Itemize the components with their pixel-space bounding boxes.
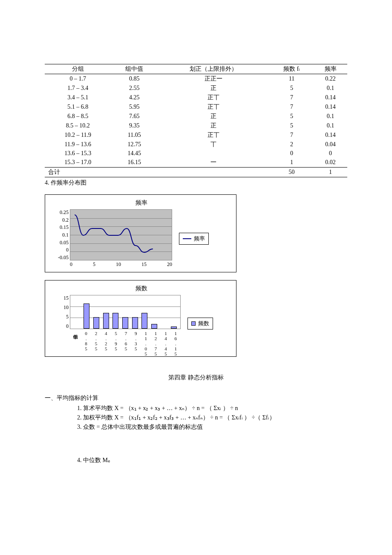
cell-rate: 0.1 [314, 112, 347, 121]
cell-mid: 2.55 [111, 84, 158, 93]
cell-freq: 0 [270, 149, 314, 158]
legend-line-icon [183, 238, 191, 239]
table-row: 10.2 – 11.911.05正丅70.14 [45, 130, 347, 140]
xtick: 4.25 [104, 331, 109, 352]
line-plot-area: 0.250.20.150.10.050-0.05 [70, 209, 172, 260]
bar [84, 304, 89, 329]
xtick: 10 [116, 261, 121, 268]
cell-mid: 5.95 [111, 102, 158, 112]
cell-mid: 16.15 [111, 158, 158, 168]
bar [112, 313, 118, 329]
ytick: 0.1 [52, 232, 69, 237]
bar [103, 313, 109, 329]
formula-3: 众数 = 总体中出现次数最多或最普遍的标志值 [83, 423, 347, 431]
cell-mid: 14.45 [111, 149, 158, 158]
cell-tally: 正 [158, 112, 270, 121]
chapter-title: 第四章 静态分析指标 [45, 374, 347, 382]
th-freq: 频数 fᵢ [270, 64, 314, 74]
ytick: 10 [58, 305, 69, 310]
cell-rate: 0 [314, 149, 347, 158]
xtick: 0 [70, 261, 72, 268]
cell-range: 5.1 – 6.8 [45, 102, 111, 112]
bar-legend: 频数 [187, 318, 213, 330]
bar [171, 327, 177, 329]
table-row: 8.5 – 10.29.35正50.1 [45, 121, 347, 130]
formula-list: 算术平均数 X = （x₁ + x₂ + x₃ + … + xₙ） ÷ n = … [83, 405, 347, 431]
step4-label: 4. 作频率分布图 [45, 179, 347, 187]
cell-rate: 0.1 [314, 121, 347, 130]
cell-freq: 5 [270, 84, 314, 93]
ytick: 0 [52, 247, 69, 252]
bar-chart-box: 频数 151050 组中值0.852.554.255.957.659.3511.… [45, 280, 236, 357]
cell-rate: 0.22 [314, 74, 347, 84]
cell-range: 15.3 – 17.0 [45, 158, 111, 168]
cell-mid: 4.25 [111, 93, 158, 102]
bar [151, 324, 157, 329]
cell-tally [158, 149, 270, 158]
table-row: 15.3 – 17.016.15一10.02 [45, 158, 347, 168]
cell-range: 8.5 – 10.2 [45, 121, 111, 130]
cell-tally: 正丅 [158, 93, 270, 102]
table-row: 3.4 – 5.14.25正丅70.14 [45, 93, 347, 102]
bar-chart-title: 频数 [51, 285, 232, 292]
cell-mid: 0.85 [111, 74, 158, 84]
bar [141, 313, 147, 329]
ytick: 0.05 [52, 240, 69, 245]
cell-tally: 正丅 [158, 102, 270, 112]
line-legend-label: 频率 [194, 235, 205, 243]
section1-head: 一、平均指标的计算 [45, 394, 347, 402]
xtick: 2.55 [93, 331, 98, 352]
xtick: 0.85 [84, 331, 89, 352]
cell-rate: 0.14 [314, 102, 347, 112]
table-total-row: 合计501 [45, 168, 347, 177]
bar [93, 317, 99, 329]
cell-tally: 丅 [158, 140, 270, 149]
xtick: 5 [93, 261, 95, 268]
cell-range: 3.4 – 5.1 [45, 93, 111, 102]
cell-tally: 正 [158, 121, 270, 130]
ytick: 0 [58, 324, 69, 329]
cell-freq: 5 [270, 112, 314, 121]
xtick: 16.15 [173, 331, 178, 352]
cell-freq: 7 [270, 130, 314, 140]
cell-rate: 0.04 [314, 140, 347, 149]
ytick: -0.05 [52, 255, 69, 260]
cell-freq: 11 [270, 74, 314, 84]
cell-tally: 正 [158, 84, 270, 93]
cell-range: 13.6 – 15.3 [45, 149, 111, 158]
cell-range: 11.9 – 13.6 [45, 140, 111, 149]
cell-freq: 2 [270, 140, 314, 149]
cell-range: 0 – 1.7 [45, 74, 111, 84]
cell-rate: 0.1 [314, 84, 347, 93]
line-legend: 频率 [179, 233, 209, 245]
xtick: 11.05 [143, 331, 148, 352]
cell-mid: 12.75 [111, 140, 158, 149]
cell-rate: 0.02 [314, 158, 347, 168]
cell-rate: 0.14 [314, 130, 347, 140]
table-row: 5.1 – 6.85.95正丅70.14 [45, 102, 347, 112]
cell-freq: 1 [270, 158, 314, 168]
line-chart-title: 频率 [51, 199, 232, 207]
cell-tally: 一 [158, 158, 270, 168]
th-mid: 组中值 [111, 64, 158, 74]
bar [132, 317, 138, 329]
ytick: 15 [58, 295, 69, 301]
xtick: 9.35 [133, 331, 138, 352]
table-row: 6.8 – 8.57.65正50.1 [45, 112, 347, 121]
total-rate: 1 [314, 168, 347, 177]
total-label: 合计 [45, 168, 111, 177]
cell-range: 1.7 – 3.4 [45, 84, 111, 93]
xtick: 20 [167, 261, 172, 268]
cell-range: 6.8 – 8.5 [45, 112, 111, 121]
total-freq: 50 [270, 168, 314, 177]
cell-tally: 正正一 [158, 74, 270, 84]
bar [122, 317, 128, 329]
line-chart-box: 频率 0.250.20.150.10.050-0.05 05101520 频率 [45, 194, 236, 272]
bar-plot-area: 151050 [70, 295, 181, 329]
xtick: 14.45 [163, 331, 168, 352]
cell-tally: 正丅 [158, 130, 270, 140]
ytick: 0.2 [52, 217, 69, 223]
table-row: 0 – 1.70.85正正一110.22 [45, 74, 347, 84]
cell-mid: 11.05 [111, 130, 158, 140]
xtick: 5.95 [113, 331, 118, 352]
